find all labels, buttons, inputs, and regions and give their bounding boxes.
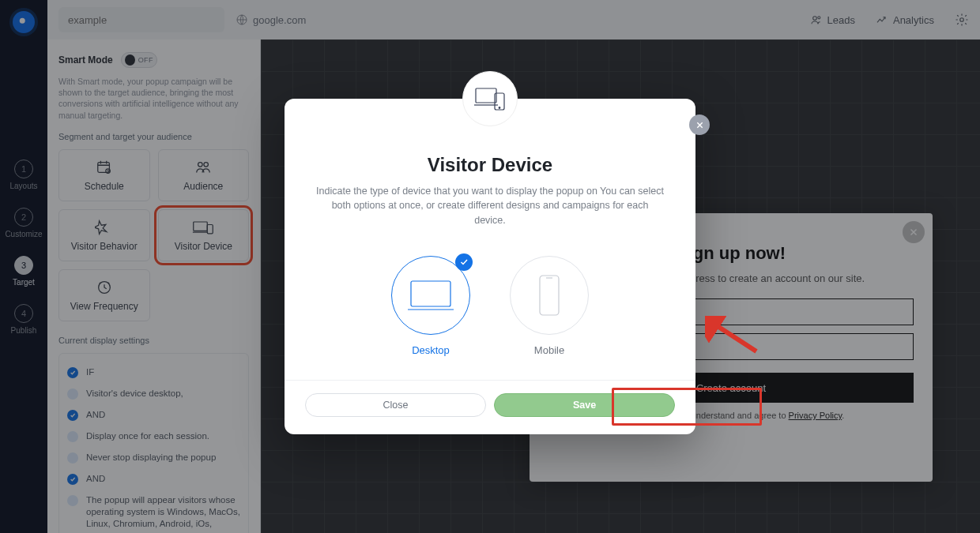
- device-option-mobile[interactable]: Mobile: [510, 256, 589, 356]
- modal-header-icon: [462, 71, 518, 126]
- modal-title: Visitor Device: [305, 154, 675, 176]
- svg-rect-15: [411, 281, 450, 306]
- svg-point-14: [499, 107, 500, 109]
- modal-save-btn[interactable]: Save: [494, 393, 675, 417]
- check-icon: [455, 253, 473, 271]
- svg-rect-12: [476, 88, 496, 103]
- modal-description: Indicate the type of device that you wan…: [316, 184, 664, 227]
- device-label-desktop: Desktop: [412, 344, 450, 356]
- svg-rect-16: [540, 276, 559, 315]
- desktop-icon: [406, 278, 455, 313]
- device-option-desktop[interactable]: Desktop: [391, 256, 470, 356]
- modal-close-button[interactable]: [689, 114, 710, 135]
- modal-close-btn[interactable]: Close: [305, 393, 486, 417]
- close-icon: [695, 121, 704, 129]
- visitor-device-modal: Visitor Device Indicate the type of devi…: [285, 99, 695, 434]
- modal-overlay: Visitor Device Indicate the type of devi…: [0, 0, 980, 533]
- device-label-mobile: Mobile: [534, 344, 564, 356]
- devices-icon: [474, 84, 506, 113]
- mobile-icon: [537, 274, 562, 317]
